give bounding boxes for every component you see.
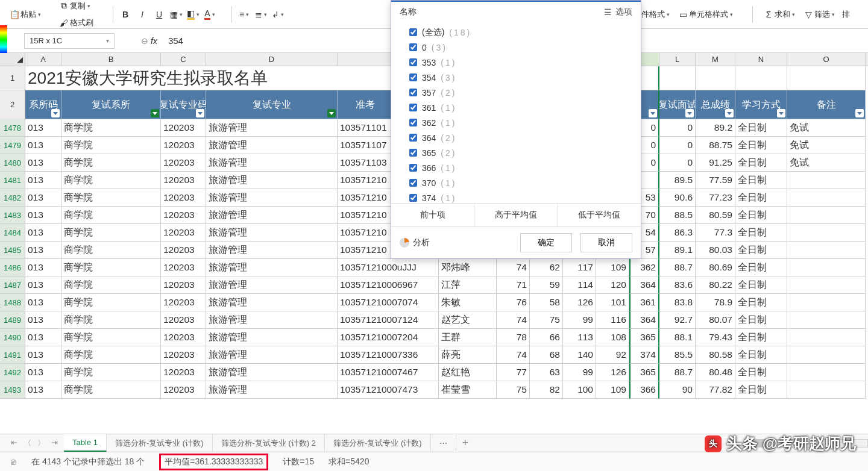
cell[interactable] bbox=[787, 381, 866, 399]
row-header[interactable]: 1480 bbox=[0, 154, 25, 172]
cell[interactable]: 103571210007473 bbox=[338, 381, 439, 399]
filter-icon[interactable] bbox=[855, 109, 864, 117]
filter-checkbox[interactable] bbox=[409, 119, 417, 126]
filter-checkbox[interactable] bbox=[409, 58, 417, 66]
cell[interactable]: 120203 bbox=[161, 276, 206, 294]
cell[interactable]: 013 bbox=[25, 189, 61, 207]
filter-checkbox[interactable] bbox=[409, 194, 417, 202]
cell[interactable]: 75 bbox=[530, 311, 563, 329]
col-D[interactable]: D bbox=[206, 53, 338, 66]
row-2-header[interactable]: 2 bbox=[0, 90, 25, 119]
cell[interactable]: 全日制 bbox=[735, 189, 787, 207]
cell[interactable]: 商学院 bbox=[61, 329, 161, 346]
col-O[interactable]: O bbox=[787, 53, 866, 66]
cell[interactable]: 全日制 bbox=[735, 364, 787, 381]
filter-icon[interactable] bbox=[725, 109, 734, 117]
cell[interactable]: 旅游管理 bbox=[206, 137, 338, 154]
cell[interactable]: 88.7 bbox=[659, 259, 696, 276]
filter-checkbox[interactable] bbox=[409, 104, 417, 111]
cell[interactable]: 68 bbox=[530, 346, 563, 364]
tab-next-icon[interactable]: 〉 bbox=[37, 438, 45, 449]
cell[interactable]: 10357121000uJJJ bbox=[338, 259, 439, 276]
cell[interactable]: 旅游管理 bbox=[206, 346, 338, 364]
cell[interactable]: 76 bbox=[497, 294, 530, 311]
select-all-corner[interactable]: ◢ bbox=[0, 53, 25, 66]
row-header[interactable]: 1492 bbox=[0, 364, 25, 381]
cell[interactable]: 免试 bbox=[787, 154, 866, 172]
cell[interactable]: 商学院 bbox=[61, 224, 161, 242]
cell[interactable]: 126 bbox=[563, 294, 596, 311]
cell[interactable] bbox=[787, 329, 866, 346]
cell[interactable]: 75 bbox=[497, 381, 530, 399]
hdr-interview[interactable]: 复试面试 bbox=[659, 90, 696, 119]
cell[interactable]: 商学院 bbox=[61, 381, 161, 399]
cell[interactable]: 013 bbox=[25, 346, 61, 364]
cell[interactable]: 商学院 bbox=[61, 119, 161, 137]
fill-color-button[interactable]: ◧ bbox=[187, 8, 199, 20]
cell[interactable]: 013 bbox=[25, 311, 61, 329]
cell[interactable]: 80.03 bbox=[696, 242, 735, 259]
cell[interactable]: 108 bbox=[596, 329, 629, 346]
filter-item[interactable]: 361 (1) bbox=[409, 100, 632, 115]
cell[interactable]: 99 bbox=[563, 364, 596, 381]
row-header[interactable]: 1479 bbox=[0, 137, 25, 154]
align-left-button[interactable]: ≡ bbox=[238, 8, 250, 20]
cell[interactable] bbox=[787, 224, 866, 242]
row-header[interactable]: 1483 bbox=[0, 207, 25, 224]
cell[interactable]: 80.58 bbox=[696, 346, 735, 364]
filter-item[interactable]: 364 (2) bbox=[409, 130, 632, 145]
cell[interactable]: 120203 bbox=[161, 224, 206, 242]
cell[interactable]: 74 bbox=[497, 259, 530, 276]
filter-checkbox[interactable] bbox=[409, 89, 417, 96]
row-1-header[interactable]: 1 bbox=[0, 66, 25, 90]
cell[interactable] bbox=[787, 207, 866, 224]
row-header[interactable]: 1488 bbox=[0, 294, 25, 311]
cell[interactable]: 120203 bbox=[161, 364, 206, 381]
filter-item[interactable]: 354 (3) bbox=[409, 70, 632, 85]
cell[interactable]: 103571210007336 bbox=[338, 346, 439, 364]
cell[interactable]: 120203 bbox=[161, 294, 206, 311]
cell[interactable]: 旅游管理 bbox=[206, 311, 338, 329]
cell[interactable]: 109 bbox=[596, 381, 629, 399]
row-header[interactable]: 1489 bbox=[0, 311, 25, 329]
cell[interactable]: 90 bbox=[659, 381, 696, 399]
cell[interactable]: 薛亮 bbox=[439, 346, 497, 364]
filter-icon[interactable] bbox=[196, 109, 204, 117]
sheet-tab-4[interactable]: 筛选分析-复试专业 (计数) bbox=[325, 434, 431, 452]
cell[interactable]: 89.2 bbox=[696, 119, 735, 137]
cell[interactable]: 邓炜峰 bbox=[439, 259, 497, 276]
cell[interactable]: 全日制 bbox=[735, 259, 787, 276]
cell[interactable]: 0 bbox=[659, 154, 696, 172]
filter-icon[interactable] bbox=[151, 109, 159, 117]
filter-icon[interactable] bbox=[649, 109, 657, 117]
align-center-button[interactable]: ≣ bbox=[255, 8, 267, 20]
hdr-total[interactable]: 总成绩 bbox=[696, 90, 735, 119]
row-header[interactable]: 1493 bbox=[0, 381, 25, 399]
cell[interactable]: 全日制 bbox=[735, 311, 787, 329]
cell[interactable]: 82 bbox=[530, 381, 563, 399]
cell[interactable]: 103571210007204 bbox=[338, 329, 439, 346]
sum-button[interactable]: Σ求和 bbox=[759, 6, 799, 23]
cell[interactable]: 旅游管理 bbox=[206, 364, 338, 381]
cell[interactable]: 免试 bbox=[787, 137, 866, 154]
cell[interactable] bbox=[787, 242, 866, 259]
cell[interactable]: 366 bbox=[629, 381, 659, 399]
cell[interactable] bbox=[787, 276, 866, 294]
fx-label[interactable]: fx bbox=[151, 36, 157, 46]
copy-button[interactable]: ⧉复制 bbox=[54, 0, 94, 14]
filter-checkbox[interactable] bbox=[409, 164, 417, 172]
cell[interactable]: 80.59 bbox=[696, 207, 735, 224]
cell[interactable]: 商学院 bbox=[61, 242, 161, 259]
cell[interactable] bbox=[787, 294, 866, 311]
cell[interactable]: 王群 bbox=[439, 329, 497, 346]
filter-checkbox[interactable] bbox=[409, 149, 417, 157]
cell[interactable]: 364 bbox=[629, 276, 659, 294]
filter-checkbox[interactable] bbox=[409, 28, 417, 36]
cell[interactable]: 90.6 bbox=[659, 189, 696, 207]
cell[interactable]: 朱敏 bbox=[439, 294, 497, 311]
cell-style-button[interactable]: ▭单元格样式 bbox=[673, 6, 737, 23]
hdr-dept[interactable]: 复试系所 bbox=[61, 90, 161, 119]
cell[interactable]: 商学院 bbox=[61, 207, 161, 224]
cell[interactable]: 365 bbox=[629, 329, 659, 346]
analyze-button[interactable]: 分析 bbox=[400, 237, 430, 248]
